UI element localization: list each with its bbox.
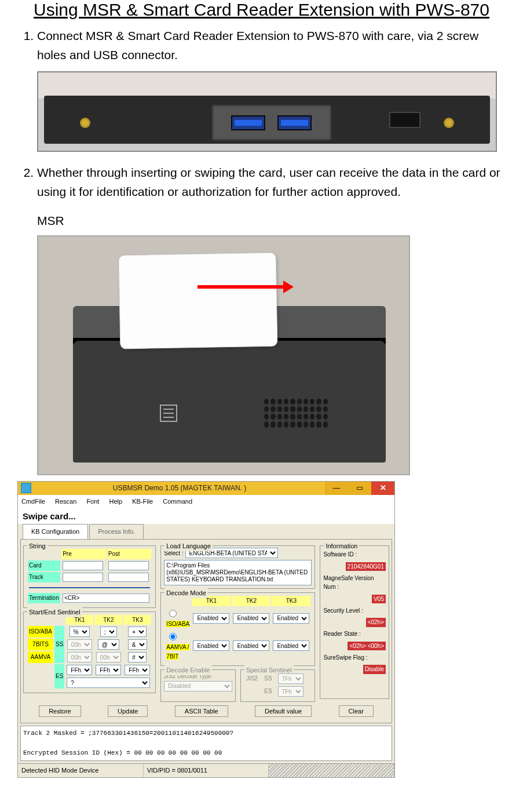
sen-r3c2: 00h	[96, 652, 121, 662]
dec-r2c2[interactable]: Enabled	[233, 640, 269, 651]
output-text[interactable]: Track 2 Masked = ;377663301436150=200110…	[20, 726, 392, 761]
track-post-input[interactable]	[108, 573, 149, 582]
tab-process-info[interactable]: Process Info.	[89, 524, 144, 539]
sps-es-sel: 7Fh	[278, 686, 303, 697]
loadlang-path: C:\Program Files (x86)\USB_MSR\MSRDemo\E…	[164, 560, 312, 585]
sen-isoaba: ISO/ABA	[28, 626, 53, 638]
sen-r1c2[interactable]: ;	[100, 627, 117, 637]
sen-tk2: TK2	[94, 615, 122, 625]
info-ms: V05	[372, 595, 386, 604]
restore-button[interactable]: Restore	[39, 705, 81, 717]
row-track: Track	[28, 572, 60, 582]
info-rs: <02h> <00h>	[348, 642, 386, 651]
decode-opt2: AAMVA / 7BIT	[166, 644, 189, 660]
photo-usb-ports	[37, 71, 497, 152]
menu-cmdfile[interactable]: CmdFile	[21, 498, 45, 505]
menu-kbfile[interactable]: KB-File	[132, 498, 153, 505]
maximize-button[interactable]: ▭	[348, 482, 371, 495]
sentinel-group: Start/End Sentinel TK1 TK2 TK3 ISO/ABA S…	[23, 611, 156, 694]
sen-ss: SS	[54, 626, 64, 663]
step-1: Connect MSR & Smart Card Reader Extensio…	[37, 27, 506, 152]
menu-font[interactable]: Font	[86, 498, 99, 505]
resize-grip-icon[interactable]	[269, 764, 394, 777]
sen-r5[interactable]: ?	[67, 678, 150, 688]
status-right: VID/PID = 0801/0011	[144, 764, 269, 777]
step-1-text: Connect MSR & Smart Card Reader Extensio…	[37, 29, 478, 61]
window-titlebar[interactable]: USBMSR Demo 1.05 (MAGTEK TAIWAN. ) — ▭ ✕	[18, 482, 394, 495]
row-card: Card	[28, 560, 60, 571]
term-input[interactable]	[63, 593, 149, 603]
page-title: Using MSR & Smart Card Reader Extension …	[17, 0, 506, 20]
dec-r1c3[interactable]: Enabled	[273, 613, 309, 624]
special-sentinel-group: Special Sentinel JIS2SS7Fh ES7Fh	[240, 669, 316, 702]
sen-r4c3[interactable]: FFh	[125, 665, 150, 675]
col-post: Post	[107, 549, 152, 559]
card-post-input[interactable]	[108, 561, 149, 570]
info-ms-lbl: MagneSafe Version Num :	[323, 574, 386, 592]
dec-r1c1[interactable]: Enabled	[193, 613, 229, 624]
decode-legend: Decode Mode	[164, 588, 208, 598]
photo-card-swipe	[37, 235, 410, 475]
info-sw-lbl: SureSwipe Flag :	[323, 653, 386, 662]
sen-7bits: 7BITS	[28, 639, 53, 650]
update-button[interactable]: Update	[108, 705, 148, 717]
sen-r4c1[interactable]: FFh	[67, 665, 92, 675]
info-swid: 21042840G01	[346, 562, 386, 571]
decode-isoaba-radio[interactable]	[169, 610, 177, 617]
sen-r2c2[interactable]: @	[98, 639, 119, 650]
dec-r2c3[interactable]: Enabled	[273, 640, 309, 651]
row-term: Termination	[28, 593, 60, 603]
decode-enable-group: Decode Enable JIS2 Decode Type Disabled	[160, 669, 236, 702]
dec-tk3: TK3	[272, 596, 310, 606]
info-rs-lbl: Reader State :	[323, 629, 386, 639]
status-left: Detected HID Mode Device	[18, 764, 144, 777]
sen-r2c3[interactable]: &	[128, 639, 147, 650]
sen-tk3: TK3	[123, 615, 151, 625]
sen-r1c3[interactable]: +	[128, 627, 147, 637]
ascii-button[interactable]: ASCII Table	[175, 705, 228, 717]
decode-opt1: ISO/ABA	[166, 621, 189, 627]
dec-tk2: TK2	[232, 596, 270, 606]
menu-rescan[interactable]: Rescan	[55, 498, 76, 505]
sps-es: ES	[263, 686, 275, 697]
loadlang-legend: Load Language	[164, 541, 212, 551]
info-sec-lbl: Security Level :	[323, 606, 386, 616]
tab-kb-config[interactable]: KB Configuration	[23, 524, 88, 539]
string-legend: String	[27, 541, 47, 551]
info-sec: <02h>	[366, 618, 386, 627]
dec-r1c2[interactable]: Enabled	[233, 613, 269, 624]
decode-group: Decode Mode TK1 TK2 TK3 ISO/ABA Enabled	[160, 592, 315, 666]
step-2-text: Whether through inserting or swiping the…	[37, 166, 500, 198]
decode-aamva-radio[interactable]	[169, 633, 177, 640]
dec-r2c1[interactable]: Enabled	[193, 640, 229, 651]
sen-r3c1: 00h	[67, 652, 92, 662]
minimize-button[interactable]: —	[325, 482, 348, 495]
info-sw: Disable	[363, 665, 386, 674]
window-title: USBMSR Demo 1.05 (MAGTEK TAIWAN. )	[34, 483, 325, 494]
sentinel-legend: Start/End Sentinel	[27, 607, 82, 617]
sen-r2c1: 00h	[67, 639, 92, 650]
sen-r3c3[interactable]: #	[128, 652, 147, 662]
usbmsr-demo-window: USBMSR Demo 1.05 (MAGTEK TAIWAN. ) — ▭ ✕…	[17, 481, 395, 778]
sen-r1c1[interactable]: %	[70, 627, 90, 637]
sen-aamva: AAMVA	[28, 651, 53, 663]
string-group: String Pre Post Card Track	[23, 545, 156, 608]
info-legend: Information	[324, 541, 359, 551]
menu-command[interactable]: Command	[163, 498, 192, 505]
menu-bar: CmdFile Rescan Font Help KB-File Command	[18, 495, 394, 508]
step-2: Whether through inserting or swiping the…	[37, 163, 506, 778]
default-button[interactable]: Default value	[255, 705, 312, 717]
menu-help[interactable]: Help	[109, 498, 122, 505]
app-icon	[21, 483, 31, 493]
den-legend: Decode Enable	[164, 665, 211, 675]
close-button[interactable]: ✕	[371, 482, 394, 495]
col-pre: Pre	[61, 549, 106, 559]
card-pre-input[interactable]	[63, 561, 103, 570]
loadlang-group: Load Language Select : ENGLISH-BETA (UNI…	[160, 545, 315, 589]
track-pre-input[interactable]	[63, 573, 103, 582]
information-group: Information Software ID : 21042840G01 Ma…	[320, 545, 389, 699]
clear-button[interactable]: Clear	[339, 705, 374, 717]
sen-r4c2[interactable]: FFh	[96, 665, 121, 675]
msr-heading: MSR	[37, 212, 506, 231]
den-select: Disabled	[164, 681, 232, 691]
